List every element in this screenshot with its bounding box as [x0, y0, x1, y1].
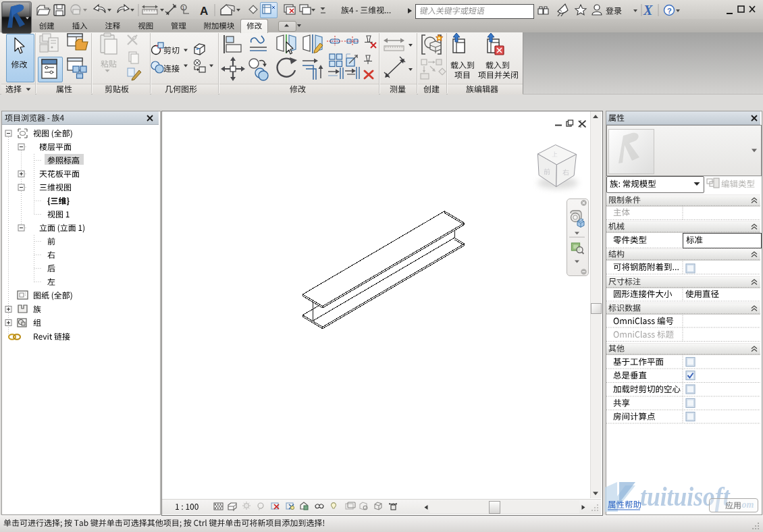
- svg-text:A: A: [200, 5, 208, 18]
- svg-text:1: 1: [182, 5, 185, 10]
- svg-text:X: X: [643, 3, 653, 18]
- svg-text:?: ?: [667, 7, 672, 15]
